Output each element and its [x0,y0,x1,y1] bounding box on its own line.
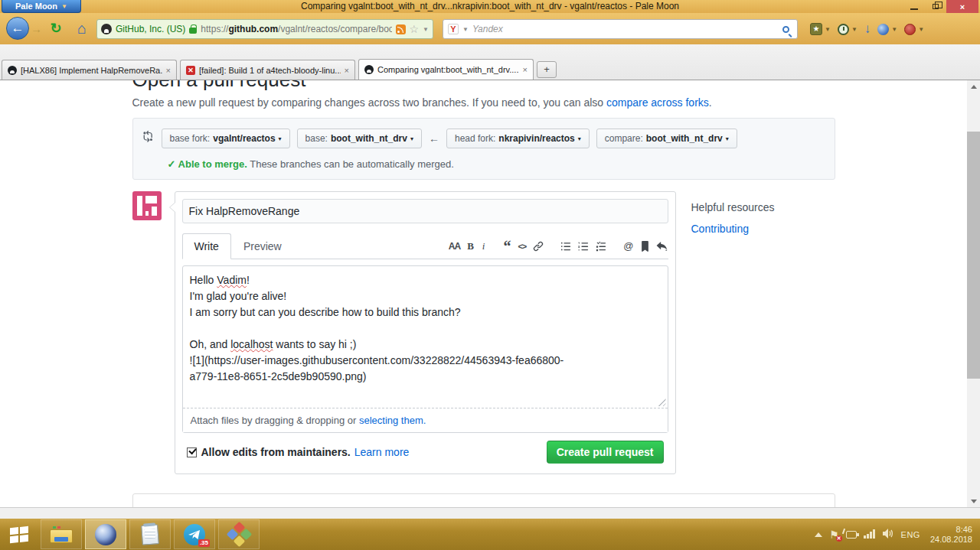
taskbar-clock[interactable]: 8:46 24.08.2018 [927,525,972,545]
minimize-icon [910,8,918,10]
address-bar[interactable]: GitHub, Inc. (US) https://github.com/vga… [96,19,433,39]
yandex-icon[interactable]: Y [448,24,459,34]
adblock-button[interactable]: ▼ [904,24,924,35]
clock-date: 24.08.2018 [930,535,972,545]
scroll-up-button[interactable] [967,80,980,93]
search-bar[interactable]: Y ▼ Yandex [443,19,798,39]
files-changed-stat[interactable]: 1file changed [309,494,484,507]
allow-edits-label: Allow edits from maintainers. [201,446,351,458]
close-button[interactable]: × [946,0,978,13]
action-center-flag-icon[interactable]: ⚑✕ [829,529,839,540]
search-input[interactable]: Yandex [472,24,779,34]
page-title: Open a pull request [132,80,835,92]
new-tab-button[interactable]: + [537,61,557,78]
selecting-them-link[interactable]: selecting them. [359,415,426,426]
attach-files-bar[interactable]: Attach files by dragging & dropping or s… [183,408,668,432]
screen: Pale Moon ▼ Comparing vgalnt:boot_with_n… [0,0,980,550]
browser-tab-3-active[interactable]: Comparing vgalnt:boot_with_nt_drv..... × [358,59,534,80]
hidden-icons-arrow[interactable] [815,532,822,537]
contributors-stat[interactable]: 1contributor [659,494,835,507]
create-pull-request-button[interactable]: Create pull request [547,441,664,464]
learn-more-link[interactable]: Learn more [354,446,410,458]
url-text[interactable]: https://github.com/vgalnt/reactos/compar… [201,24,391,34]
search-engine-dropdown-icon[interactable]: ▼ [462,26,469,33]
tab-close-icon[interactable]: × [345,66,349,75]
compare-across-forks-link[interactable]: compare across forks [606,96,709,109]
bookmark-star-icon[interactable]: ☆ [410,24,420,34]
rss-icon[interactable] [396,24,406,34]
code-icon[interactable]: <> [518,241,526,252]
scrollbar-thumb[interactable] [967,132,980,379]
network-signal-icon[interactable] [864,528,876,542]
task-list-icon[interactable] [596,241,606,252]
power-plug-icon[interactable] [846,531,857,539]
browser-tab-1[interactable]: [HALX86] Implement HalpRemoveRa... × [2,60,177,80]
bold-icon[interactable]: B [467,241,474,252]
contributing-link[interactable]: Contributing [691,223,834,235]
compare-branch-selector[interactable]: compare:boot_with_nt_drv▾ [596,129,737,148]
address-dropdown-icon[interactable]: ▼ [423,26,429,33]
history-button[interactable]: ▼ [838,24,858,35]
taskbar-app-diamonds[interactable] [218,519,260,549]
minimize-button[interactable] [903,0,925,13]
commit-comments-stat[interactable]: 0commit comments [484,494,659,507]
home-button[interactable]: ⌂ [72,19,92,37]
language-indicator[interactable]: ENG [901,530,920,539]
bulleted-list-icon[interactable] [560,241,571,252]
bookmarks-button[interactable]: ★▼ [810,23,831,35]
taskbar-notepad[interactable] [129,519,171,549]
taskbar-palemoon[interactable] [85,519,126,549]
taskbar: .35 ⚑✕ ENG 8:46 24.08.2018 [0,519,980,550]
tab-close-icon[interactable]: × [166,66,171,75]
download-arrow-icon: ↓ [864,23,871,35]
taskbar-telegram[interactable]: .35 [174,519,215,549]
bookmarks-icon: ★ [810,23,822,35]
pr-body-editor[interactable]: Hello Vadim!I'm glad you're alive!I am s… [183,266,668,408]
cross-reference-icon[interactable] [641,241,649,252]
forward-button[interactable]: → [31,22,42,35]
downloads-button[interactable]: ↓ [864,23,871,35]
branch-compare-box: base fork:vgalnt/reactos▾ base:boot_with… [132,118,835,180]
user-avatar[interactable] [132,191,162,220]
tab-close-icon[interactable]: × [523,65,528,74]
pr-title-input[interactable] [182,199,668,223]
ssl-lock-icon [189,28,197,34]
tab-write[interactable]: Write [182,233,231,259]
editor-tabs: Write Preview AA B i “ <> [182,231,668,259]
restore-button[interactable] [925,0,946,13]
tab-strip: [HALX86] Implement HalpRemoveRa... × ✕ [… [0,44,980,80]
check-icon: ✓ [168,158,176,170]
refresh-button[interactable]: ↻ [46,19,66,37]
tab-preview[interactable]: Preview [231,233,294,259]
sync-button[interactable]: ▼ [877,24,897,35]
sync-globe-icon [877,24,889,35]
page-scrollbar[interactable] [967,80,980,507]
volume-icon[interactable] [883,528,894,542]
resize-grip[interactable] [658,399,666,406]
start-button[interactable] [0,519,38,550]
saved-reply-icon[interactable] [656,242,668,252]
history-clock-icon [838,24,849,35]
window-titlebar: Pale Moon ▼ Comparing vgalnt:boot_with_n… [0,0,980,13]
search-icon[interactable] [782,26,789,33]
browser-viewport: Open a pull request Create a new pull re… [0,80,980,507]
base-branch-selector[interactable]: base:boot_with_nt_drv▾ [297,129,422,148]
editor-wrapper: Hello Vadim!I'm glad you're alive!I am s… [182,265,668,433]
link-icon[interactable] [533,241,544,252]
numbered-list-icon[interactable] [578,241,589,252]
allow-edits-checkbox[interactable] [187,447,197,457]
palemoon-globe-icon [95,524,116,545]
mention-icon[interactable]: @ [623,241,633,252]
scroll-down-button[interactable] [967,495,980,507]
back-button[interactable]: ← [6,17,29,40]
quote-icon[interactable]: “ [503,242,511,250]
ssl-org-label[interactable]: GitHub, Inc. (US) [116,24,185,34]
base-fork-selector[interactable]: base fork:vgalnt/reactos▾ [162,129,290,148]
github-favicon-icon [8,66,17,75]
head-fork-selector[interactable]: head fork:nkrapivin/reactos▾ [446,129,590,148]
commits-stat[interactable]: 1commit [133,494,309,507]
text-size-icon[interactable]: AA [449,241,460,252]
browser-tab-2[interactable]: ✕ [failed]: Build 1 of a4tech-bloody-lin… [180,60,355,80]
italic-icon[interactable]: i [481,241,487,252]
taskbar-file-explorer[interactable] [41,519,82,549]
